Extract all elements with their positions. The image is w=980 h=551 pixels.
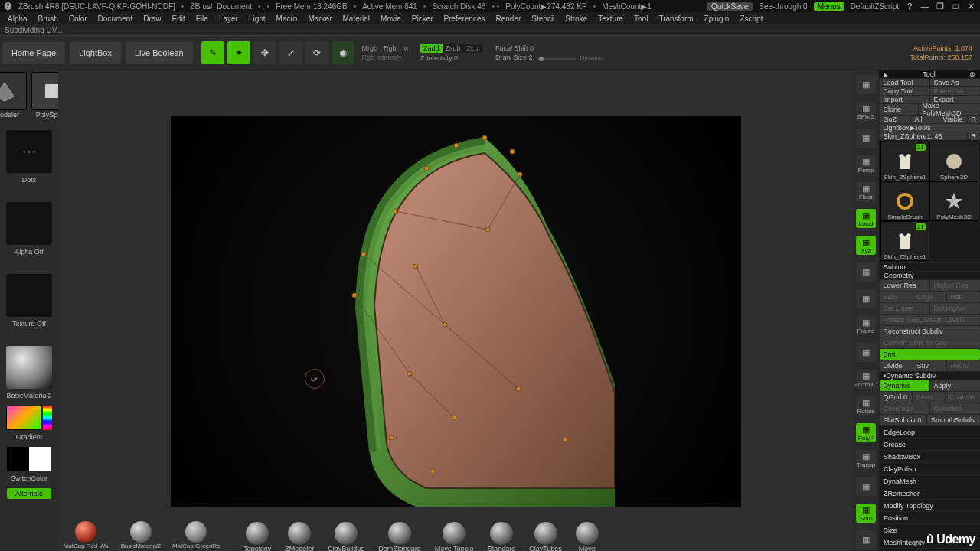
rstrip-y-icon[interactable]: ▦ <box>856 262 876 282</box>
goz-visible-button[interactable]: Visible <box>939 116 967 123</box>
geo-divide[interactable]: Divide <box>880 360 913 371</box>
menu-tool[interactable]: Tool <box>629 14 652 24</box>
goz-all-button[interactable]: All <box>911 116 939 123</box>
zadd-button[interactable]: Zadd <box>420 44 443 53</box>
zcut-button[interactable]: Zcut <box>464 44 484 53</box>
make-polymesh-button[interactable]: Make PolyMesh3D <box>919 104 980 115</box>
expand-icon[interactable]: ◣ <box>884 70 889 78</box>
geo-coverage[interactable]: Coverage <box>880 403 929 414</box>
maximize-icon[interactable]: □ <box>951 2 960 11</box>
brush-move-topolo[interactable]: Move Topolo <box>435 522 474 551</box>
menu-render[interactable]: Render <box>492 14 526 24</box>
menu-document[interactable]: Document <box>93 14 138 24</box>
rstrip-spix-icon[interactable]: ▦SPix 3 <box>856 102 876 121</box>
brush-zmodeler-thumb[interactable]: ZModeler <box>0 72 27 110</box>
quicksave-button[interactable]: QuickSave <box>707 2 753 11</box>
rstrip-transp-icon[interactable]: ▦Transp <box>856 450 876 469</box>
brush-zmodeler[interactable]: ZModeler <box>285 522 314 551</box>
material-thumb[interactable] <box>6 346 52 389</box>
alternate-button[interactable]: Alternate <box>7 488 51 499</box>
geo-dynamic[interactable]: Dynamic <box>880 380 929 391</box>
geo-higher-res[interactable]: Higher Res <box>930 280 980 291</box>
rstrip-zoom3d-icon[interactable]: ▦Zoom3D <box>856 370 876 389</box>
menu-light[interactable]: Light <box>244 14 270 24</box>
edit-mode-icon[interactable]: ✎ <box>201 41 224 64</box>
brush-standard[interactable]: Standard <box>488 522 516 551</box>
geo-smt[interactable]: Smt <box>880 349 980 360</box>
geo-rstr[interactable]: Rstr <box>947 292 980 302</box>
rstrip-z-icon[interactable]: ▦ <box>856 289 876 308</box>
geo-apply[interactable]: Apply <box>930 380 980 391</box>
color-picker[interactable] <box>6 406 41 430</box>
project-r-button[interactable]: R <box>968 132 980 140</box>
draw-size-slider[interactable]: Draw Size 2 <box>495 54 533 61</box>
section-position[interactable]: Position <box>879 512 980 523</box>
zsub-button[interactable]: Zsub <box>443 44 464 53</box>
brush-damstandard[interactable]: DamStandard <box>378 522 421 551</box>
brush-move[interactable]: Move <box>576 522 599 551</box>
copy-tool-button[interactable]: Copy Tool <box>880 87 929 95</box>
menu-material[interactable]: Material <box>338 14 375 24</box>
section-dynamesh[interactable]: DynaMesh <box>879 475 980 487</box>
rstrip-local-icon[interactable]: ▦Local <box>856 209 876 228</box>
rstrip-solo-icon[interactable]: ▦Solo <box>856 504 876 523</box>
rstrip-persp-icon[interactable]: ▦Persp <box>856 155 876 174</box>
section-zremesher[interactable]: ZRemesher <box>879 487 980 499</box>
geo-qgrid-0[interactable]: QGrid 0 <box>880 392 912 403</box>
matball-0[interactable]: MatCap Red Wa <box>61 521 110 549</box>
goz-button[interactable]: GoZ <box>880 116 910 123</box>
tool-thumb-skin_zsphere1[interactable]: 21Skin_ZSphere1 <box>880 142 929 181</box>
rstrip-polyf-icon[interactable]: ▦PolyF <box>856 423 876 442</box>
tool-thumb-polymesh3d[interactable]: PolyMesh3D <box>929 181 978 221</box>
geo-convert-bpr-to-geo[interactable]: Convert BPR To Geo <box>880 337 980 348</box>
brush-claybuildup[interactable]: ClayBuildup <box>328 522 364 551</box>
geo-smoothsubdiv[interactable]: SmoothSubdiv <box>927 415 980 425</box>
rstrip-move-icon[interactable]: ▦ <box>856 343 876 362</box>
brush-claytubes[interactable]: ClayTubes <box>529 522 562 551</box>
move-mode-icon[interactable]: ✥ <box>253 41 276 64</box>
gizmo-icon[interactable]: ◉ <box>332 41 354 64</box>
menu-zplugin[interactable]: Zplugin <box>700 14 734 24</box>
swap-colors[interactable] <box>7 447 51 471</box>
close-panel-icon[interactable]: ⊗ <box>969 70 975 78</box>
geo-reuv[interactable]: ReUV <box>947 360 980 371</box>
menu-picker[interactable]: Picker <box>407 14 438 24</box>
rstrip-ghost-icon[interactable]: ▦ <box>856 477 876 496</box>
hue-strip[interactable] <box>43 406 52 430</box>
section-crease[interactable]: Crease <box>879 439 980 450</box>
rstrip-aahalf-icon[interactable]: ▦ <box>856 129 876 148</box>
menu-texture[interactable]: Texture <box>593 14 628 24</box>
geometry-header[interactable]: Geometry <box>879 272 980 279</box>
menu-draw[interactable]: Draw <box>139 14 165 24</box>
tool-thumb-sphere3d[interactable]: Sphere3D <box>929 142 978 181</box>
menu-marker[interactable]: Marker <box>303 14 336 24</box>
project-name[interactable]: Skin_ZSphere1. 48 <box>880 132 967 140</box>
geo-sdiv[interactable]: SDiv <box>880 292 913 302</box>
section-edgeloop[interactable]: EdgeLoop <box>879 426 980 438</box>
tool-thumb-simplebrush[interactable]: SimpleBrush <box>880 181 929 221</box>
geo-lower-res[interactable]: Lower Res <box>880 280 929 291</box>
geo-del-higher[interactable]: Del Higher <box>930 303 980 314</box>
menu-movie[interactable]: Movie <box>376 14 406 24</box>
geo-suv[interactable]: Suv <box>913 360 946 371</box>
load-tool-button[interactable]: Load Tool <box>880 79 929 86</box>
matball-1[interactable]: BasicMaterial2 <box>116 521 165 549</box>
tool-thumb-skin_zsphere1[interactable]: 21Skin_ZSphere1 <box>880 221 929 261</box>
geo-flatsubdiv-0[interactable]: FlatSubdiv 0 <box>880 415 926 425</box>
lightbox-tools[interactable]: Lightbox▶Tools <box>880 124 980 132</box>
subtool-header[interactable]: Subtool <box>879 263 980 271</box>
stroke-dots[interactable]: • • • <box>23 148 35 156</box>
minimize-icon[interactable]: — <box>920 2 929 11</box>
section-modify-topology[interactable]: Modify Topology <box>879 500 980 511</box>
rstrip-rotate-icon[interactable]: ▦Rotate <box>856 396 876 416</box>
menu-alpha[interactable]: Alpha <box>3 14 32 24</box>
goz-r-button[interactable]: R <box>968 116 980 123</box>
rotate-mode-icon[interactable]: ⟳ <box>305 41 328 64</box>
geo-chamfer[interactable]: Chamfer <box>946 392 980 403</box>
geo-del-lower[interactable]: Del Lower <box>880 303 929 314</box>
lightbox-button[interactable]: LightBox <box>70 42 121 64</box>
z-intensity-slider[interactable]: Z Intensity 0 <box>420 54 483 62</box>
live-boolean-button[interactable]: Live Boolean <box>126 42 193 64</box>
rstrip-xpose-icon[interactable]: ▦ <box>856 530 876 549</box>
menu-file[interactable]: File <box>191 14 213 24</box>
